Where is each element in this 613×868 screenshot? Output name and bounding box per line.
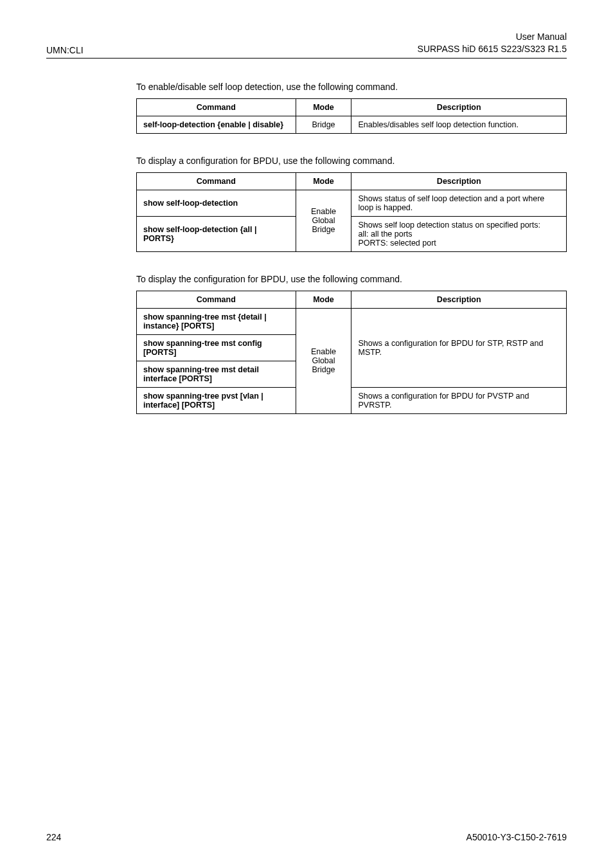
header-right-line2: SURPASS hiD 6615 S223/S323 R1.5 xyxy=(418,43,567,55)
table-header-command: Command xyxy=(137,291,296,308)
table-row: show self-loop-detection Enable Global B… xyxy=(137,190,567,216)
header-right: User Manual SURPASS hiD 6615 S223/S323 R… xyxy=(418,31,567,55)
cell-command: show spanning-tree pvst [vlan | interfac… xyxy=(137,387,296,413)
table-row: show spanning-tree pvst [vlan | interfac… xyxy=(137,387,567,413)
cell-command: show self-loop-detection xyxy=(137,190,296,216)
command-text: show spanning-tree mst config [PORTS] xyxy=(143,339,262,357)
table-header-command: Command xyxy=(137,98,296,116)
table-header-mode: Mode xyxy=(296,172,351,190)
cell-mode: Enable Global Bridge xyxy=(296,190,351,251)
table-2: Command Mode Description show self-loop-… xyxy=(136,172,567,252)
table-header-mode: Mode xyxy=(296,98,351,116)
paragraph-3: To display the configuration for BPDU, u… xyxy=(136,274,567,284)
table-3: Command Mode Description show spanning-t… xyxy=(136,291,567,414)
page-header: UMN:CLI User Manual SURPASS hiD 6615 S22… xyxy=(46,31,567,59)
header-right-line1: User Manual xyxy=(418,31,567,43)
cell-command: self-loop-detection {enable | disable} xyxy=(137,116,296,133)
cell-command: show spanning-tree mst config [PORTS] xyxy=(137,334,296,361)
footer-page-number: 224 xyxy=(46,832,61,842)
desc-line: Shows self loop detection status on spec… xyxy=(358,221,560,230)
table-header-mode: Mode xyxy=(296,291,351,308)
cell-description: Enables/disables self loop detection fun… xyxy=(351,116,567,133)
command-text: self-loop-detection {enable | disable} xyxy=(143,120,283,129)
cell-description: Shows a configuration for BPDU for PVSTP… xyxy=(351,387,567,413)
table-row: show self-loop-detection {all | PORTS} S… xyxy=(137,216,567,251)
cell-command: show spanning-tree mst detail interface … xyxy=(137,361,296,387)
table-row: Command Mode Description xyxy=(137,172,567,190)
command-text: show self-loop-detection xyxy=(143,199,238,208)
cell-description: Shows a configuration for BPDU for STP, … xyxy=(351,308,567,387)
table-row: self-loop-detection {enable | disable} B… xyxy=(137,116,567,133)
table-row: Command Mode Description xyxy=(137,291,567,308)
content-area: To enable/disable self loop detection, u… xyxy=(46,82,567,414)
cell-description: Shows status of self loop detection and … xyxy=(351,190,567,216)
command-text: show spanning-tree pvst [vlan | interfac… xyxy=(143,392,263,410)
desc-line: all: all the ports xyxy=(358,230,560,239)
cell-mode: Enable Global Bridge xyxy=(296,308,351,413)
page-footer: 224 A50010-Y3-C150-2-7619 xyxy=(46,832,567,842)
cell-description: Shows self loop detection status on spec… xyxy=(351,216,567,251)
header-left: UMN:CLI xyxy=(46,45,84,55)
desc-line: PORTS: selected port xyxy=(358,239,560,248)
paragraph-1: To enable/disable self loop detection, u… xyxy=(136,82,567,92)
command-text: show spanning-tree mst {detail | instanc… xyxy=(143,312,267,330)
paragraph-2: To display a configuration for BPDU, use… xyxy=(136,156,567,166)
table-header-description: Description xyxy=(351,172,567,190)
command-text: show self-loop-detection {all | PORTS} xyxy=(143,225,256,243)
command-text: show spanning-tree mst detail interface … xyxy=(143,365,259,383)
table-header-description: Description xyxy=(351,98,567,116)
cell-command: show self-loop-detection {all | PORTS} xyxy=(137,216,296,251)
table-row: show spanning-tree mst {detail | instanc… xyxy=(137,308,567,334)
table-header-command: Command xyxy=(137,172,296,190)
table-row: Command Mode Description xyxy=(137,98,567,116)
cell-command: show spanning-tree mst {detail | instanc… xyxy=(137,308,296,334)
table-header-description: Description xyxy=(351,291,567,308)
table-1: Command Mode Description self-loop-detec… xyxy=(136,98,567,134)
footer-document-id: A50010-Y3-C150-2-7619 xyxy=(466,832,567,842)
cell-mode: Bridge xyxy=(296,116,351,133)
